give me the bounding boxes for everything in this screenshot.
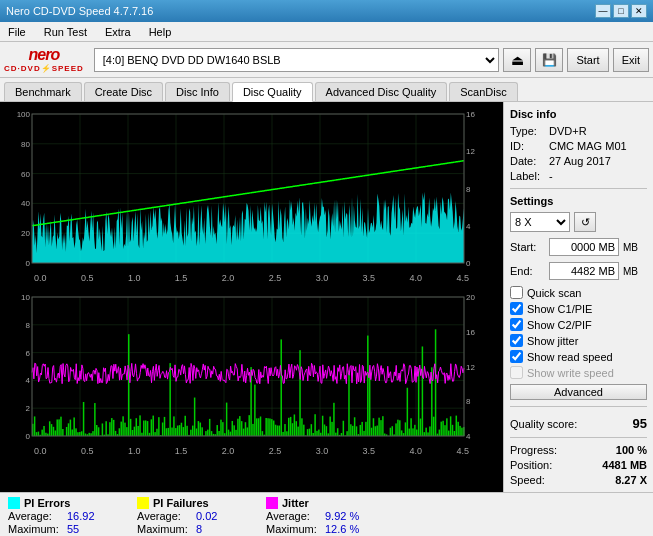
chart-area: 0.0 0.5 1.0 1.5 2.0 2.5 3.0 3.5 4.0 4.5 … <box>0 102 503 492</box>
date-value: 27 Aug 2017 <box>549 155 611 167</box>
show-jitter-row: Show jitter <box>510 334 647 347</box>
label-label: Label: <box>510 170 545 182</box>
disc-date-row: Date: 27 Aug 2017 <box>510 155 647 167</box>
jitter-max-row: Maximum: 12.6 % <box>266 523 377 535</box>
jitter-avg-label: Average: <box>266 510 321 522</box>
close-button[interactable]: ✕ <box>631 4 647 18</box>
end-label: End: <box>510 265 545 277</box>
pi-failures-header: PI Failures <box>137 497 246 509</box>
pi-errors-max-label: Maximum: <box>8 523 63 535</box>
refresh-icon-btn[interactable]: ↺ <box>574 212 596 232</box>
show-c1pie-row: Show C1/PIE <box>510 302 647 315</box>
quick-scan-row: Quick scan <box>510 286 647 299</box>
minimize-button[interactable]: — <box>595 4 611 18</box>
pi-errors-header: PI Errors <box>8 497 117 509</box>
end-mb: MB <box>623 266 638 277</box>
maximize-button[interactable]: □ <box>613 4 629 18</box>
type-label: Type: <box>510 125 545 137</box>
speed-select[interactable]: 8 X <box>510 212 570 232</box>
pi-failures-max-label: Maximum: <box>137 523 192 535</box>
show-c2pif-checkbox[interactable] <box>510 318 523 331</box>
quality-label: Quality score: <box>510 418 577 430</box>
tab-scan-disc[interactable]: ScanDisc <box>449 82 517 101</box>
show-read-speed-label: Show read speed <box>527 351 613 363</box>
menu-file[interactable]: File <box>4 24 30 40</box>
eject-icon-btn[interactable]: ⏏ <box>503 48 531 72</box>
show-write-speed-row: Show write speed <box>510 366 647 379</box>
show-write-speed-label: Show write speed <box>527 367 614 379</box>
show-c2pif-row: Show C2/PIF <box>510 318 647 331</box>
divider-3 <box>510 437 647 438</box>
menu-help[interactable]: Help <box>145 24 176 40</box>
end-mb-row: End: MB <box>510 262 647 280</box>
title-bar-title: Nero CD-DVD Speed 4.7.7.16 <box>6 5 153 17</box>
end-input[interactable] <box>549 262 619 280</box>
divider-2 <box>510 406 647 407</box>
nero-logo: nero <box>29 46 60 64</box>
menu-bar: File Run Test Extra Help <box>0 22 653 42</box>
quality-score-row: Quality score: 95 <box>510 416 647 431</box>
jitter-max-value: 12.6 % <box>325 523 375 535</box>
pi-errors-max-value: 55 <box>67 523 117 535</box>
tabs: Benchmark Create Disc Disc Info Disc Qua… <box>0 78 653 102</box>
menu-extra[interactable]: Extra <box>101 24 135 40</box>
quick-scan-label: Quick scan <box>527 287 581 299</box>
progress-row: Progress: 100 % <box>510 444 647 456</box>
drive-select[interactable]: [4:0] BENQ DVD DD DW1640 BSLB <box>94 48 500 72</box>
tab-advanced-disc-quality[interactable]: Advanced Disc Quality <box>315 82 448 101</box>
id-value: CMC MAG M01 <box>549 140 627 152</box>
start-input[interactable] <box>549 238 619 256</box>
bottom-chart <box>4 289 486 444</box>
label-value: - <box>549 170 553 182</box>
pi-errors-group: PI Errors Average: 16.92 Maximum: 55 Tot… <box>8 497 117 536</box>
pi-failures-avg-value: 0.02 <box>196 510 246 522</box>
bottom-chart-wrapper <box>4 289 499 444</box>
pi-failures-label: PI Failures <box>153 497 209 509</box>
right-panel: Disc info Type: DVD+R ID: CMC MAG M01 Da… <box>503 102 653 492</box>
jitter-avg-value: 9.92 % <box>325 510 375 522</box>
show-c1pie-checkbox[interactable] <box>510 302 523 315</box>
title-bar-controls: — □ ✕ <box>595 4 647 18</box>
position-label: Position: <box>510 459 552 471</box>
disc-id-row: ID: CMC MAG M01 <box>510 140 647 152</box>
quality-value: 95 <box>633 416 647 431</box>
start-mb: MB <box>623 242 638 253</box>
show-read-speed-checkbox[interactable] <box>510 350 523 363</box>
tab-disc-quality[interactable]: Disc Quality <box>232 82 313 102</box>
disc-label-row: Label: - <box>510 170 647 182</box>
advanced-button[interactable]: Advanced <box>510 384 647 400</box>
id-label: ID: <box>510 140 545 152</box>
disc-type-row: Type: DVD+R <box>510 125 647 137</box>
tab-create-disc[interactable]: Create Disc <box>84 82 163 101</box>
main-content: 0.0 0.5 1.0 1.5 2.0 2.5 3.0 3.5 4.0 4.5 … <box>0 102 653 492</box>
pi-failures-avg-label: Average: <box>137 510 192 522</box>
pi-failures-max-value: 8 <box>196 523 246 535</box>
tab-benchmark[interactable]: Benchmark <box>4 82 82 101</box>
show-c1pie-label: Show C1/PIE <box>527 303 592 315</box>
jitter-group: Jitter Average: 9.92 % Maximum: 12.6 % P… <box>266 497 377 536</box>
app-title: Nero CD-DVD Speed 4.7.7.16 <box>6 5 153 17</box>
pi-failures-avg-row: Average: 0.02 <box>137 510 246 522</box>
settings-title: Settings <box>510 195 647 207</box>
x-axis-top: 0.0 0.5 1.0 1.5 2.0 2.5 3.0 3.5 4.0 4.5 <box>4 273 499 283</box>
show-c2pif-label: Show C2/PIF <box>527 319 592 331</box>
progress-label: Progress: <box>510 444 557 456</box>
menu-runtest[interactable]: Run Test <box>40 24 91 40</box>
show-read-speed-row: Show read speed <box>510 350 647 363</box>
pi-failures-group: PI Failures Average: 0.02 Maximum: 8 Tot… <box>137 497 246 536</box>
pi-errors-label: PI Errors <box>24 497 70 509</box>
show-jitter-label: Show jitter <box>527 335 578 347</box>
quick-scan-checkbox[interactable] <box>510 286 523 299</box>
start-button[interactable]: Start <box>567 48 608 72</box>
pi-errors-max-row: Maximum: 55 <box>8 523 117 535</box>
top-chart <box>4 106 486 271</box>
tab-disc-info[interactable]: Disc Info <box>165 82 230 101</box>
top-chart-wrapper <box>4 106 499 271</box>
save-icon-btn[interactable]: 💾 <box>535 48 563 72</box>
position-value: 4481 MB <box>602 459 647 471</box>
divider-1 <box>510 188 647 189</box>
pi-failures-max-row: Maximum: 8 <box>137 523 246 535</box>
disc-info-title: Disc info <box>510 108 647 120</box>
exit-button[interactable]: Exit <box>613 48 649 72</box>
show-jitter-checkbox[interactable] <box>510 334 523 347</box>
